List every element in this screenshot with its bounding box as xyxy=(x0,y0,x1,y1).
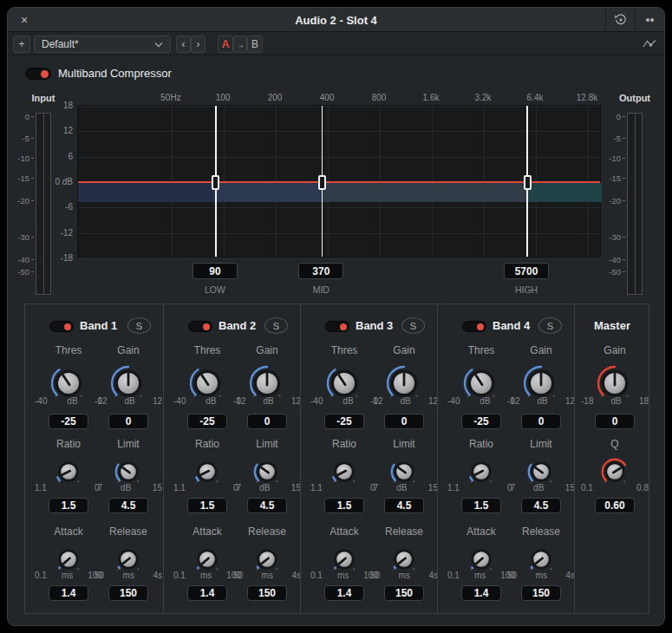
band-4-thres-value[interactable]: -25 xyxy=(461,414,501,429)
band-3-enable-toggle[interactable] xyxy=(325,321,349,332)
freq-tick-label: 800 xyxy=(362,93,396,102)
band-4-attack-range: 0.1ms100 xyxy=(447,571,515,580)
range-min: -40 xyxy=(173,396,186,406)
master-q-value[interactable]: 0.60 xyxy=(595,498,635,513)
crossover-value-low[interactable]: 90 xyxy=(192,263,238,279)
db-tick-label: -12 xyxy=(40,228,73,238)
band-4-enable-toggle[interactable] xyxy=(462,321,486,332)
crossover-handle[interactable] xyxy=(318,175,326,190)
crossover-handle[interactable] xyxy=(212,175,219,190)
ab-copy-arrow-button[interactable]: → xyxy=(233,36,247,53)
band-1-release-value[interactable]: 150 xyxy=(108,585,148,601)
band-2-enable-toggle[interactable] xyxy=(188,321,212,332)
master-gain-label: Gain xyxy=(580,344,649,356)
preset-name: Default* xyxy=(42,38,79,50)
db-tick-label: -18 xyxy=(40,253,73,263)
band-1-ratio-range: 1.17 xyxy=(35,483,102,493)
band-3-release-label: Release xyxy=(369,525,439,538)
prev-preset-button[interactable]: ‹ xyxy=(176,36,191,53)
meter-scale-tick xyxy=(623,271,625,272)
db-tick-label: 0 dB xyxy=(40,177,73,186)
crossover-value-high[interactable]: 5700 xyxy=(504,263,549,279)
band-gain-shade xyxy=(527,183,602,202)
band-4-solo-button[interactable]: S xyxy=(538,317,562,334)
band-2-gain-label: Gain xyxy=(232,344,302,356)
range-unit: ms xyxy=(262,571,273,580)
band-1-gain-value[interactable]: 0 xyxy=(108,414,148,429)
range-unit: ms xyxy=(62,571,73,580)
crossover-handle[interactable] xyxy=(524,175,532,190)
freq-tick-label: 400 xyxy=(310,93,344,102)
range-unit: dB xyxy=(611,396,622,406)
band-3-limit-label: Limit xyxy=(369,438,439,450)
master-q-range: 0.10.8 xyxy=(581,483,649,493)
grid-line-h xyxy=(78,131,600,132)
band-3-release-value[interactable]: 150 xyxy=(384,585,424,601)
band-4-ratio-label: Ratio xyxy=(447,438,516,450)
grid-line-h xyxy=(78,258,600,259)
band-1-ratio-value[interactable]: 1.5 xyxy=(49,498,88,513)
band-4-ratio-value[interactable]: 1.5 xyxy=(461,498,501,513)
band-3-attack-value[interactable]: 1.4 xyxy=(324,585,364,601)
band-4-gain-value[interactable]: 0 xyxy=(521,414,561,429)
band-3-gain-value[interactable]: 0 xyxy=(384,414,424,429)
band-1-ratio-label: Ratio xyxy=(34,438,103,450)
band-1-attack-value[interactable]: 1.4 xyxy=(49,585,88,601)
band-2-ratio-value[interactable]: 1.5 xyxy=(187,498,227,513)
band-3-solo-button[interactable]: S xyxy=(401,317,425,334)
band-1-thres-value[interactable]: -25 xyxy=(49,414,88,429)
band-1-enable-toggle[interactable] xyxy=(49,321,74,332)
band-1-limit-label: Limit xyxy=(94,438,163,450)
range-min: 1.1 xyxy=(35,483,47,493)
band-3-limit-value[interactable]: 4.5 xyxy=(384,498,424,513)
band-2-solo-button[interactable]: S xyxy=(264,317,288,334)
history-icon[interactable] xyxy=(605,8,635,32)
band-4-attack-value[interactable]: 1.4 xyxy=(461,585,501,601)
grid-line-h xyxy=(78,233,600,234)
band-2-release-value[interactable]: 150 xyxy=(247,585,287,601)
band-3-thres-value[interactable]: -25 xyxy=(324,414,364,429)
band-2-limit-label: Limit xyxy=(232,438,302,450)
band-2-limit-value[interactable]: 4.5 xyxy=(247,498,287,513)
band-2-attack-value[interactable]: 1.4 xyxy=(187,585,227,601)
keyframe-automation-icon[interactable] xyxy=(643,38,657,49)
band-1-solo-button[interactable]: S xyxy=(127,317,151,334)
band-4-limit-value[interactable]: 4.5 xyxy=(521,498,561,513)
meter-scale-tick xyxy=(623,158,625,159)
band-gain-shade xyxy=(216,183,322,202)
plugin-name: Multiband Compressor xyxy=(58,67,172,80)
band-4-release-value[interactable]: 150 xyxy=(521,585,561,601)
next-preset-button[interactable]: › xyxy=(191,36,206,53)
band-2-release-range: 50ms4s xyxy=(233,571,301,580)
band-1-attack-label: Attack xyxy=(34,525,103,538)
range-unit: ms xyxy=(399,571,410,580)
band-1-release-label: Release xyxy=(94,525,163,538)
band-3-release-range: 50ms4s xyxy=(370,571,438,580)
range-min: -18 xyxy=(581,396,593,406)
range-min: 0 xyxy=(95,483,100,493)
meter-scale-label: -30 xyxy=(600,232,621,242)
range-max: 0.8 xyxy=(636,483,649,493)
band-1-thres-range: -40dB0 xyxy=(35,396,102,406)
meter-scale-label: 0 xyxy=(9,112,29,121)
master-gain-value[interactable]: 0 xyxy=(595,414,635,429)
crossover-value-mid[interactable]: 370 xyxy=(298,263,343,279)
band-panel-master: MasterGain-18dB180Q0.10.80.60 xyxy=(574,304,649,613)
band-2-gain-value[interactable]: 0 xyxy=(247,414,287,429)
band-2-thres-value[interactable]: -25 xyxy=(187,414,227,429)
range-min: 0 xyxy=(233,483,238,493)
db-tick-label: -6 xyxy=(40,202,73,212)
ab-compare-a-button[interactable]: A xyxy=(218,36,233,53)
ab-compare-b-button[interactable]: B xyxy=(247,36,263,53)
more-options-icon[interactable]: •• xyxy=(635,8,664,32)
band-2-ratio-range: 1.17 xyxy=(173,483,241,493)
range-unit: dB xyxy=(343,396,353,406)
freq-tick-label: 50Hz xyxy=(153,93,188,102)
band-3-ratio-value[interactable]: 1.5 xyxy=(324,498,364,513)
add-preset-button[interactable]: + xyxy=(13,36,30,53)
plugin-bypass-toggle[interactable] xyxy=(25,68,51,80)
preset-dropdown[interactable]: Default* xyxy=(34,36,171,53)
range-min: 50 xyxy=(370,571,380,580)
band-2-thres-range: -40dB0 xyxy=(173,396,241,406)
band-1-limit-value[interactable]: 4.5 xyxy=(108,498,148,513)
